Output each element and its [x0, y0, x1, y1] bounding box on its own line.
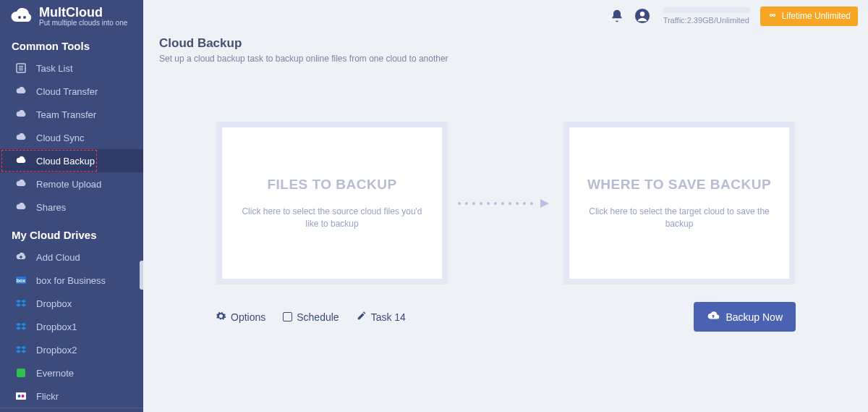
svg-rect-8 — [17, 369, 25, 377]
target-panel[interactable]: WHERE TO SAVE BACKUP Click here to selec… — [563, 122, 795, 285]
action-bar: Options Schedule Task 14 Backup Now — [143, 285, 868, 332]
svg-point-19 — [480, 202, 482, 205]
task-name-label: Task 14 — [371, 311, 406, 323]
sidebar-item-box-business[interactable]: box box for Business — [0, 269, 143, 292]
cloud-backup-icon — [14, 154, 27, 167]
sidebar-item-label: Add Cloud — [36, 252, 80, 263]
sidebar-item-add-cloud[interactable]: Add Cloud — [0, 245, 143, 269]
sidebar-item-label: Dropbox1 — [36, 321, 77, 332]
sidebar-section-common-tools: Common Tools — [0, 30, 143, 56]
cloud-sync-icon — [14, 131, 27, 144]
sidebar-item-label: Evernote — [36, 368, 74, 379]
target-panel-sub: Click here to select the target cloud to… — [585, 206, 773, 230]
lifetime-unlimited-button[interactable]: Lifetime Unlimited — [760, 7, 858, 26]
cloud-logo-icon — [9, 7, 33, 26]
add-cloud-icon — [14, 251, 27, 264]
target-panel-title: WHERE TO SAVE BACKUP — [587, 177, 771, 193]
evernote-icon — [14, 366, 27, 379]
sidebar-item-label: Dropbox — [36, 298, 72, 309]
sidebar-resize-handle[interactable] — [140, 261, 143, 290]
schedule-label: Schedule — [297, 311, 339, 323]
sidebar-item-label: Remote Upload — [36, 179, 101, 190]
traffic-meter: Traffic:2.39GB/Unlimited — [663, 7, 750, 25]
checkbox-icon — [283, 312, 292, 321]
sidebar-item-task-list[interactable]: Task List — [0, 56, 143, 80]
sidebar-item-label: Cloud Transfer — [36, 86, 98, 97]
svg-point-15 — [639, 12, 644, 16]
sidebar-item-flickr[interactable]: Flickr — [0, 384, 143, 408]
sidebar: MultCloud Put multiple clouds into one C… — [0, 0, 143, 412]
topbar: Traffic:2.39GB/Unlimited Lifetime Unlimi… — [143, 0, 868, 32]
notifications-icon[interactable] — [610, 9, 624, 23]
svg-point-0 — [18, 16, 21, 19]
sidebar-item-cloud-sync[interactable]: Cloud Sync — [0, 126, 143, 149]
sidebar-section-my-cloud-drives: My Cloud Drives — [0, 219, 143, 245]
sidebar-item-label: Task List — [36, 63, 73, 74]
sidebar-item-cloud-backup[interactable]: Cloud Backup — [0, 149, 143, 172]
svg-point-22 — [501, 202, 504, 205]
svg-point-21 — [494, 202, 497, 205]
page-header: Cloud Backup Set up a cloud backup task … — [143, 32, 868, 64]
svg-point-16 — [458, 202, 461, 205]
page-title: Cloud Backup — [159, 36, 852, 51]
page-subtitle: Set up a cloud backup task to backup onl… — [159, 54, 852, 64]
source-panel-sub: Click here to select the source cloud fi… — [238, 206, 426, 230]
source-panel-title: FILES TO BACKUP — [267, 177, 396, 193]
schedule-link[interactable]: Schedule — [283, 311, 339, 323]
brand-tagline: Put multiple clouds into one — [39, 19, 127, 27]
backup-now-button[interactable]: Backup Now — [694, 302, 796, 332]
svg-point-11 — [22, 395, 25, 398]
dropbox-icon — [14, 297, 27, 310]
options-label: Options — [231, 311, 265, 323]
sidebar-item-dropbox2[interactable]: Dropbox2 — [0, 338, 143, 361]
svg-text:box: box — [17, 278, 26, 283]
main-area: Traffic:2.39GB/Unlimited Lifetime Unlimi… — [143, 0, 868, 412]
dropbox-icon — [14, 320, 27, 333]
backup-now-label: Backup Now — [726, 311, 783, 323]
svg-point-18 — [472, 202, 475, 205]
svg-point-25 — [523, 202, 526, 205]
sidebar-item-label: Shares — [36, 202, 66, 213]
sidebar-item-evernote[interactable]: Evernote — [0, 361, 143, 384]
sidebar-footer: Invite friends $ Become our affiliate — [0, 408, 143, 412]
cloud-up-icon — [707, 309, 720, 324]
backup-panels-row: FILES TO BACKUP Click here to select the… — [143, 122, 868, 285]
sidebar-item-dropbox1[interactable]: Dropbox1 — [0, 315, 143, 338]
flickr-icon — [14, 390, 27, 403]
sidebar-item-label: Flickr — [36, 391, 59, 402]
sidebar-item-cloud-transfer[interactable]: Cloud Transfer — [0, 80, 143, 103]
options-link[interactable]: Options — [216, 311, 265, 324]
shares-icon — [14, 201, 27, 214]
lifetime-label: Lifetime Unlimited — [782, 11, 851, 21]
dropbox-icon — [14, 343, 27, 356]
sidebar-item-label: Team Transfer — [36, 109, 96, 120]
gear-icon — [216, 311, 226, 324]
traffic-bar — [663, 7, 750, 13]
task-name-link[interactable]: Task 14 — [357, 311, 406, 323]
sidebar-item-label: Dropbox2 — [36, 345, 77, 356]
svg-point-1 — [23, 16, 26, 19]
sidebar-item-label: Cloud Backup — [36, 156, 95, 167]
infinity-icon — [767, 10, 778, 22]
pencil-icon — [357, 311, 367, 323]
svg-point-17 — [465, 202, 468, 205]
svg-point-20 — [487, 202, 490, 205]
svg-point-24 — [516, 202, 519, 205]
svg-rect-9 — [16, 392, 26, 400]
traffic-text: Traffic:2.39GB/Unlimited — [663, 16, 749, 25]
svg-point-10 — [18, 395, 21, 398]
sidebar-item-remote-upload[interactable]: Remote Upload — [0, 172, 143, 196]
sidebar-item-dropbox[interactable]: Dropbox — [0, 292, 143, 315]
cloud-transfer-icon — [14, 85, 27, 98]
box-icon: box — [14, 274, 27, 287]
sidebar-item-team-transfer[interactable]: Team Transfer — [0, 103, 143, 126]
source-panel[interactable]: FILES TO BACKUP Click here to select the… — [216, 122, 448, 285]
sidebar-item-label: Cloud Sync — [36, 133, 84, 143]
brand-logo[interactable]: MultCloud Put multiple clouds into one — [0, 0, 143, 30]
sidebar-item-label: box for Business — [36, 275, 106, 286]
svg-point-26 — [530, 202, 533, 205]
list-icon — [14, 62, 27, 75]
sidebar-item-shares[interactable]: Shares — [0, 196, 143, 219]
svg-point-23 — [509, 202, 511, 205]
account-icon[interactable] — [634, 8, 650, 24]
